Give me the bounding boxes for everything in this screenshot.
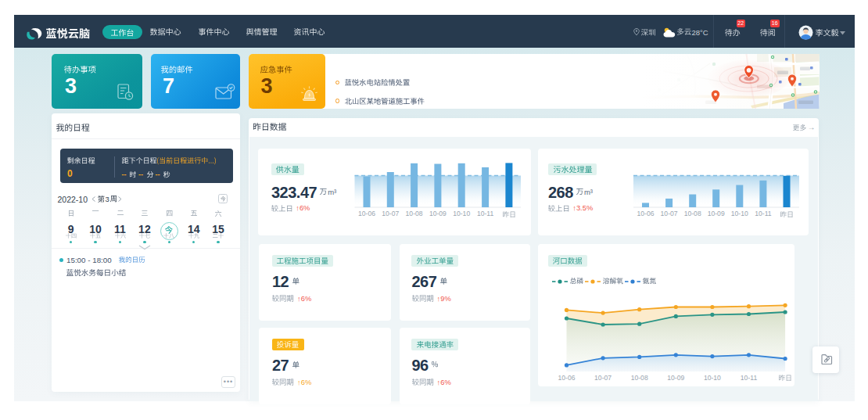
svg-text:10-06: 10-06 xyxy=(358,210,375,217)
svg-text:10-09: 10-09 xyxy=(708,210,725,217)
svg-text:10-11: 10-11 xyxy=(477,210,494,217)
svg-text:10-11: 10-11 xyxy=(755,210,772,217)
svg-text:10-08: 10-08 xyxy=(631,374,648,382)
svg-text:10-07: 10-07 xyxy=(594,374,612,382)
svg-text:10-07: 10-07 xyxy=(661,210,678,217)
svg-text:10-08: 10-08 xyxy=(684,210,701,217)
svg-text:10-09: 10-09 xyxy=(667,374,684,382)
svg-text:10-11: 10-11 xyxy=(741,374,758,382)
svg-text:10-10: 10-10 xyxy=(731,210,748,217)
svg-text:10-06: 10-06 xyxy=(637,210,655,217)
svg-text:10-09: 10-09 xyxy=(429,210,447,217)
svg-text:10-08: 10-08 xyxy=(406,210,423,217)
svg-text:10-07: 10-07 xyxy=(382,210,399,217)
svg-text:10-10: 10-10 xyxy=(704,374,721,382)
svg-text:10-06: 10-06 xyxy=(558,374,576,382)
svg-text:10-10: 10-10 xyxy=(453,210,470,217)
